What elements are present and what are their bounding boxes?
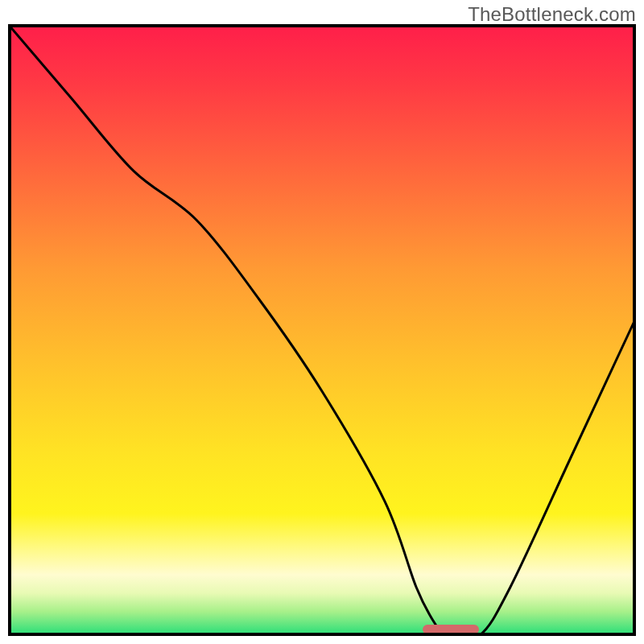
chart-stage: TheBottleneck.com <box>0 0 644 644</box>
plot-area <box>8 24 636 636</box>
optimal-marker <box>423 625 479 634</box>
line-layer <box>8 24 636 636</box>
bottleneck-curve <box>8 24 636 636</box>
watermark-label: TheBottleneck.com <box>468 3 636 26</box>
